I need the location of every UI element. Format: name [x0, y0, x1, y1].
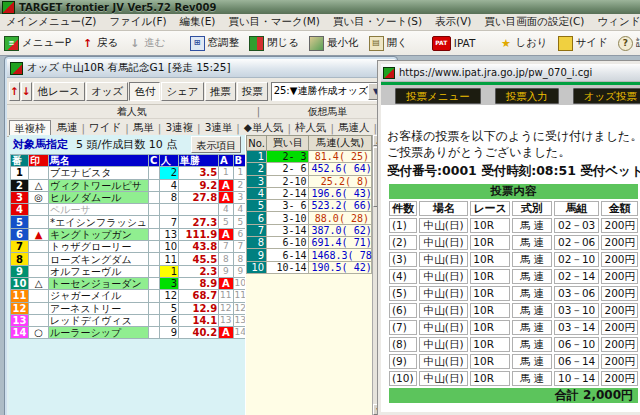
odds-toolbar-button-3[interactable]: 色付 [129, 82, 160, 101]
horse-name[interactable]: ローズキングダム [49, 253, 149, 265]
horse-row[interactable]: 8ローズキングダム1145.588 [11, 253, 248, 265]
toolbar-button-2[interactable]: ↑戻る [81, 36, 118, 50]
menu-item-5[interactable]: 買い目・ソート(S) [333, 15, 422, 29]
odds-toolbar-button-5[interactable]: 推票 [205, 82, 236, 101]
horse-row[interactable]: 7トゥザグローリー1043.877 [11, 241, 248, 253]
bet-combo[interactable]: 2-10 [267, 175, 309, 187]
horse-row[interactable]: 1ブエナビスタ23.511 [11, 167, 248, 179]
menu-item-6[interactable]: 表示(V) [435, 15, 471, 29]
menu-item-7[interactable]: 買い目画面の設定(C) [484, 15, 584, 29]
horse-row[interactable]: 11ジャガーメイル1268.71111 [11, 290, 248, 302]
horse-name[interactable]: オルフェーヴル [49, 265, 149, 277]
horse-mark[interactable]: ◎ [29, 191, 49, 203]
ipat-nav-button-2[interactable]: 投票入力 [495, 88, 559, 104]
tab-1[interactable]: 単複枠 [9, 120, 51, 136]
main-titlebar[interactable]: TARGET frontier JV Ver5.72 Rev009 [0, 0, 640, 14]
horse-mark[interactable] [29, 167, 49, 179]
horse-row[interactable]: 5*エイシンフラッシュ727.355 [11, 216, 248, 228]
horse-name[interactable]: ブエナビスタ [49, 167, 149, 179]
horse-mark[interactable]: ○ [29, 327, 49, 339]
display-items-button[interactable]: 表示項目 [191, 136, 241, 153]
bet-row[interactable]: 12- 381.4( 25) [247, 151, 372, 163]
toolbar-button-9[interactable]: ★しおり [499, 36, 547, 50]
horse-row[interactable]: 14○ルーラーシップ940.2A14 [11, 327, 248, 339]
ipat-toolbar-button[interactable]: PATIPAT [432, 36, 476, 51]
horse-name[interactable]: トーセンジョーダン [49, 277, 149, 289]
bet-combo[interactable]: 6-10 [267, 237, 309, 249]
horse-row[interactable]: 12アーネストリー512.91212 [11, 302, 248, 314]
tab-2[interactable]: 馬連 [53, 121, 82, 135]
horse-mark[interactable]: △ [29, 277, 49, 289]
horse-mark[interactable] [29, 290, 49, 302]
horse-mark[interactable] [29, 302, 49, 314]
horse-row[interactable]: 3◎ヒルノダムール827.8A3 [11, 191, 248, 203]
toolbar-button-5[interactable]: 閉じる [249, 36, 299, 51]
horse-mark[interactable] [29, 253, 49, 265]
tab-9[interactable]: 馬連人 [334, 121, 374, 135]
ipat-nav-button-3[interactable]: オッズ投票 [573, 88, 640, 104]
horse-name[interactable]: ペルーサ [49, 204, 149, 216]
bet-row[interactable]: 22- 6452.6( 64) [247, 163, 372, 175]
tab-5[interactable]: 3連複 [161, 121, 197, 135]
horse-mark[interactable] [29, 314, 49, 326]
bet-combo[interactable]: 10-14 [267, 261, 309, 273]
bet-row[interactable]: 1010-14190.5( 42) [247, 261, 372, 273]
horse-mark[interactable]: △ [29, 179, 49, 191]
scroll-up-button[interactable]: ↑ [9, 82, 20, 101]
toolbar-button-6[interactable]: 最小化 [309, 36, 359, 51]
bet-combo[interactable]: 3-10 [267, 212, 309, 224]
scroll-down-button[interactable]: ↓ [21, 82, 32, 101]
bet-row[interactable]: 63-1088.0( 28) [247, 212, 372, 224]
menu-item-4[interactable]: 買い目・マーク(M) [228, 15, 320, 29]
horse-name[interactable]: レッドデイヴィス [49, 314, 149, 326]
horse-name[interactable]: キングトップガン [49, 228, 149, 240]
bet-combo[interactable]: 2- 3 [267, 151, 309, 163]
toolbar-button-10[interactable]: サイド [558, 36, 608, 51]
bet-row[interactable]: 53- 6523.2( 66) [247, 200, 372, 212]
horse-row[interactable]: 13レッドデイヴィス614.11313 [11, 314, 248, 326]
menu-item-3[interactable]: 編集(E) [180, 15, 216, 29]
bet-row[interactable]: 86-10691.4( 71) [247, 237, 372, 249]
odds-toolbar-button-4[interactable]: シェア [161, 82, 203, 101]
menu-item-8[interactable]: ウィンドウ(W) [597, 15, 640, 29]
toolbar-button-7[interactable]: ▤開く [369, 36, 408, 51]
horse-name[interactable]: ジャガーメイル [49, 290, 149, 302]
odds-toolbar-button-2[interactable]: オッズ [86, 82, 128, 101]
bet-combo[interactable]: 3-14 [267, 224, 309, 236]
horse-name[interactable]: ヒルノダムール [49, 191, 149, 203]
horse-mark[interactable] [29, 265, 49, 277]
odds-toolbar-button-1[interactable]: 他レース [33, 82, 86, 101]
toolbar-button-1[interactable]: ≡メニューP [4, 36, 71, 51]
bet-combo[interactable]: 6-14 [267, 249, 309, 261]
toolbar-button-11[interactable]: ?説明 [618, 36, 640, 51]
odds-toolbar-button-6[interactable]: 投票 [237, 82, 268, 101]
tab-7[interactable]: ◆単人気 [240, 121, 288, 135]
menu-item-1[interactable]: メインメニュー(Z) [6, 15, 96, 29]
tab-6[interactable]: 3連単 [201, 121, 237, 135]
horse-row[interactable]: 9オルフェーヴル12.399 [11, 265, 248, 277]
tab-8[interactable]: 枠人気 [291, 121, 331, 135]
horse-mark[interactable] [29, 204, 49, 216]
horse-row[interactable]: 6▲キングトップガン13111.9A6 [11, 228, 248, 240]
bet-row[interactable]: 96-141468.3( 78) [247, 249, 372, 261]
bet-row[interactable]: 73-14387.0( 62) [247, 224, 372, 236]
horse-row[interactable]: 4ペルーサ44 [11, 204, 248, 216]
horse-name[interactable]: *エイシンフラッシュ [49, 216, 149, 228]
horse-mark[interactable] [29, 241, 49, 253]
toolbar-button-4[interactable]: ⊞窓調整 [190, 36, 240, 51]
tab-3[interactable]: ワイド [85, 121, 125, 135]
bet-combo[interactable]: 2- 6 [267, 163, 309, 175]
horse-mark[interactable] [29, 216, 49, 228]
horse-name[interactable]: トゥザグローリー [49, 241, 149, 253]
ipat-nav-button-1[interactable]: 投票メニュー [395, 88, 481, 104]
odds-titlebar[interactable]: オッズ 中山10R 有馬記念G1 [発走 15:25] [7, 59, 395, 78]
bet-row[interactable]: 32-1025.2( 8) [247, 175, 372, 187]
ipat-titlebar[interactable]: https://www.ipat.jra.go.jp/pw_070_i.cgi [381, 64, 640, 82]
horse-name[interactable]: ルーラーシップ [49, 327, 149, 339]
menu-item-2[interactable]: ファイル(F) [109, 15, 166, 29]
horse-row[interactable]: 10△トーセンジョーダン38.9A10 [11, 277, 248, 289]
tab-4[interactable]: 馬単 [129, 121, 158, 135]
horse-row[interactable]: 2△ヴィクトワールピサ49.2A2 [11, 179, 248, 191]
horse-name[interactable]: アーネストリー [49, 302, 149, 314]
bet-row[interactable]: 42-14196.6( 43) [247, 187, 372, 199]
